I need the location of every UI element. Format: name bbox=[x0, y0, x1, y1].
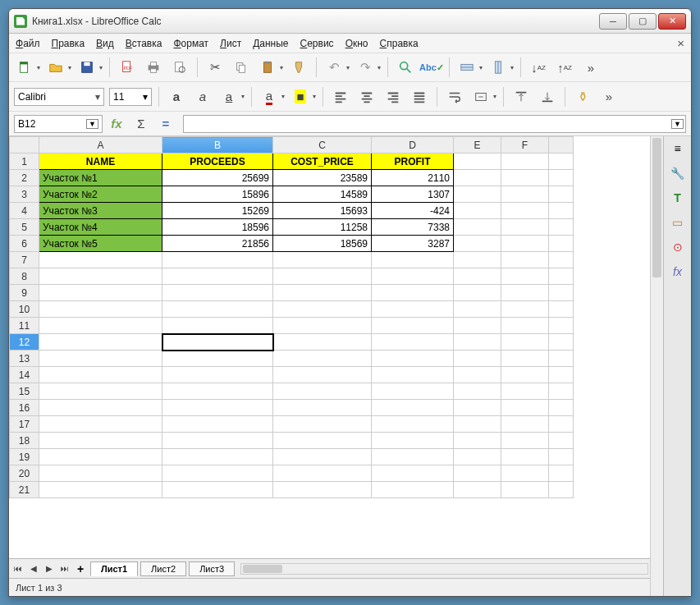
font-size-combo[interactable]: 11▾ bbox=[109, 88, 152, 106]
cell-E12[interactable] bbox=[454, 334, 501, 351]
cell-C3[interactable]: 14589 bbox=[273, 186, 372, 203]
row-header-12[interactable]: 12 bbox=[10, 334, 39, 351]
col-header-B[interactable]: B bbox=[162, 137, 273, 154]
open-icon[interactable] bbox=[45, 57, 66, 78]
row-header-5[interactable]: 5 bbox=[10, 219, 39, 236]
currency-icon[interactable]: ⚱ bbox=[572, 86, 593, 108]
cell-F17[interactable] bbox=[501, 416, 549, 433]
align-right-icon[interactable] bbox=[382, 86, 404, 108]
cell-A9[interactable] bbox=[39, 285, 162, 301]
cell-A1[interactable]: NAME bbox=[39, 154, 162, 170]
save-icon[interactable] bbox=[76, 57, 98, 78]
export-pdf-icon[interactable]: PDF bbox=[117, 57, 138, 78]
row-header-4[interactable]: 4 bbox=[10, 203, 39, 219]
wrap-text-icon[interactable] bbox=[444, 86, 465, 108]
cell-C12[interactable] bbox=[273, 334, 372, 351]
sort-desc-icon[interactable]: ↑AZ bbox=[554, 57, 575, 78]
column-icon[interactable] bbox=[487, 57, 509, 78]
cell-F10[interactable] bbox=[501, 301, 549, 318]
menu-data[interactable]: Данные bbox=[253, 38, 288, 49]
cell-A7[interactable] bbox=[39, 252, 162, 268]
font-color-icon[interactable]: a bbox=[258, 86, 280, 108]
cell-B18[interactable] bbox=[162, 433, 273, 449]
doc-close-icon[interactable]: × bbox=[677, 36, 684, 50]
cell-A2[interactable]: Участок №1 bbox=[39, 170, 162, 186]
cell-D8[interactable] bbox=[372, 268, 454, 285]
cell-F20[interactable] bbox=[501, 465, 549, 482]
cell-E13[interactable] bbox=[454, 351, 501, 367]
cell-C6[interactable]: 18569 bbox=[273, 236, 372, 252]
cell-10[interactable] bbox=[549, 301, 574, 318]
col-header-F[interactable]: F bbox=[501, 137, 549, 154]
bold-icon[interactable]: a bbox=[166, 86, 187, 108]
tab-next-icon[interactable]: ▶ bbox=[42, 561, 57, 576]
cell-B13[interactable] bbox=[162, 351, 273, 367]
cell-B10[interactable] bbox=[162, 301, 273, 318]
cell-D11[interactable] bbox=[372, 318, 454, 334]
menu-edit[interactable]: Правка bbox=[52, 38, 85, 49]
italic-icon[interactable]: a bbox=[192, 86, 213, 108]
row-header-17[interactable]: 17 bbox=[10, 416, 39, 433]
cell-C14[interactable] bbox=[273, 367, 372, 383]
overflow-icon-2[interactable]: » bbox=[598, 86, 620, 108]
row-header-21[interactable]: 21 bbox=[10, 482, 39, 498]
cell-F13[interactable] bbox=[501, 351, 549, 367]
align-center-icon[interactable] bbox=[356, 86, 377, 108]
align-justify-icon[interactable] bbox=[409, 86, 430, 108]
cell-C9[interactable] bbox=[273, 285, 372, 301]
spellcheck-icon[interactable]: Abc✓ bbox=[421, 57, 442, 78]
cell-B5[interactable]: 18596 bbox=[162, 219, 273, 236]
cell-8[interactable] bbox=[549, 268, 574, 285]
sidebar-navigator-icon[interactable]: ⊙ bbox=[669, 238, 687, 256]
row-header-10[interactable]: 10 bbox=[10, 301, 39, 318]
row-header-11[interactable]: 11 bbox=[10, 318, 39, 334]
sidebar-styles-icon[interactable]: T bbox=[669, 189, 687, 207]
cell-B15[interactable] bbox=[162, 383, 273, 400]
undo-icon[interactable]: ↶ bbox=[323, 57, 345, 78]
cell-C18[interactable] bbox=[273, 433, 372, 449]
cell-D14[interactable] bbox=[372, 367, 454, 383]
cell-E20[interactable] bbox=[454, 465, 501, 482]
cell-B17[interactable] bbox=[162, 416, 273, 433]
sort-asc-icon[interactable]: ↓AZ bbox=[528, 57, 549, 78]
cell-D3[interactable]: 1307 bbox=[372, 186, 454, 203]
cell-12[interactable] bbox=[549, 334, 574, 351]
cell-D6[interactable]: 3287 bbox=[372, 236, 454, 252]
tab-last-icon[interactable]: ⏭ bbox=[57, 561, 72, 576]
cell-B8[interactable] bbox=[162, 268, 273, 285]
cell-E16[interactable] bbox=[454, 400, 501, 416]
cell-A12[interactable] bbox=[39, 334, 162, 351]
cell-15[interactable] bbox=[549, 383, 574, 400]
redo-icon[interactable]: ↷ bbox=[355, 57, 376, 78]
menu-tools[interactable]: Сервис bbox=[300, 38, 334, 49]
cell-B7[interactable] bbox=[162, 252, 273, 268]
cell-B4[interactable]: 15269 bbox=[162, 203, 273, 219]
cell-D1[interactable]: PROFIT bbox=[372, 154, 454, 170]
sum-icon[interactable]: Σ bbox=[130, 113, 152, 135]
sheet-tab-2[interactable]: Лист2 bbox=[140, 561, 186, 576]
sidebar-functions-icon[interactable]: fx bbox=[669, 263, 687, 281]
cell-B1[interactable]: PROCEEDS bbox=[162, 154, 273, 170]
horizontal-scrollbar[interactable] bbox=[240, 563, 648, 575]
cell-F7[interactable] bbox=[501, 252, 549, 268]
menu-file[interactable]: Файл bbox=[16, 38, 40, 49]
row-header-19[interactable]: 19 bbox=[10, 449, 39, 465]
cell-C17[interactable] bbox=[273, 416, 372, 433]
cell-D12[interactable] bbox=[372, 334, 454, 351]
cell-E21[interactable] bbox=[454, 482, 501, 498]
cell-D15[interactable] bbox=[372, 383, 454, 400]
cell-17[interactable] bbox=[549, 416, 574, 433]
paste-icon[interactable] bbox=[257, 57, 278, 78]
row-header-8[interactable]: 8 bbox=[10, 268, 39, 285]
cell-D17[interactable] bbox=[372, 416, 454, 433]
sidebar-gallery-icon[interactable]: ▭ bbox=[669, 213, 687, 231]
cell-F16[interactable] bbox=[501, 400, 549, 416]
function-wizard-icon[interactable]: fx bbox=[106, 113, 127, 135]
cell-A11[interactable] bbox=[39, 318, 162, 334]
cell-D9[interactable] bbox=[372, 285, 454, 301]
cell-7[interactable] bbox=[549, 252, 574, 268]
cell-16[interactable] bbox=[549, 400, 574, 416]
row-header-20[interactable]: 20 bbox=[10, 465, 39, 482]
cut-icon[interactable]: ✂ bbox=[204, 57, 226, 78]
copy-icon[interactable] bbox=[231, 57, 252, 78]
